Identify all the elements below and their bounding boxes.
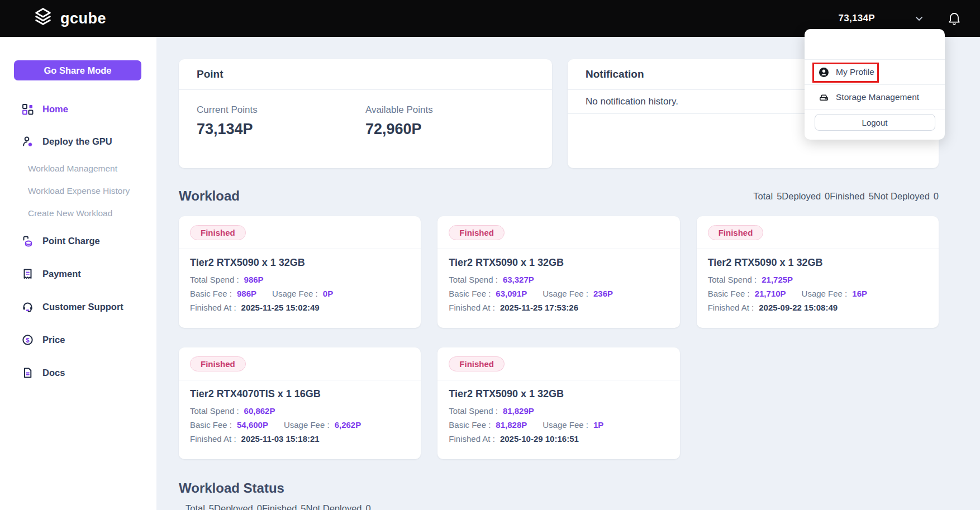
price-icon: $ (21, 334, 34, 346)
workload-card[interactable]: Finished Tier2 RTX5090 x 1 32GB Total Sp… (437, 347, 679, 459)
sidebar-item-workload-management[interactable]: Workload Management (0, 158, 156, 180)
basic-fee-value: 21,710P (755, 287, 786, 301)
usage-fee-label: Usage Fee : (284, 418, 330, 432)
total-spend-value: 60,862P (244, 404, 275, 418)
sidebar-item-label: Docs (42, 368, 65, 378)
sidebar-item-workload-expense-history[interactable]: Workload Expense History (0, 180, 156, 202)
basic-fee-value: 81,828P (496, 418, 527, 432)
counter-total: Total5 (185, 503, 214, 510)
usage-fee-value: 1P (593, 418, 603, 432)
logout-button[interactable]: Logout (815, 114, 935, 131)
menu-item-storage-management[interactable]: Storage Management (805, 85, 945, 110)
counter-deployed: Deployed0 (214, 503, 262, 510)
basic-fee-label: Basic Fee : (708, 287, 750, 301)
sidebar-item-label: Home (42, 104, 68, 115)
total-spend-label: Total Spend : (449, 273, 498, 287)
current-points-label: Current Points (197, 104, 365, 116)
finished-at-value: 2025-11-25 17:53:26 (500, 301, 578, 314)
sidebar: Go Share Mode Home (0, 37, 156, 510)
usage-fee-value: 6,262P (335, 418, 361, 432)
usage-fee-value: 0P (323, 287, 333, 301)
basic-fee-label: Basic Fee : (190, 287, 232, 301)
workload-status-title: Workload Status (179, 480, 939, 496)
usage-fee-label: Usage Fee : (802, 287, 848, 301)
total-spend-value: 63,327P (503, 273, 534, 287)
counter-finished: Finished5 (830, 191, 874, 202)
sidebar-item-deploy-gpu[interactable]: Deploy the GPU (0, 125, 156, 158)
sidebar-item-label: Price (42, 335, 65, 345)
total-spend-value: 81,829P (503, 404, 534, 418)
usage-fee-label: Usage Fee : (272, 287, 318, 301)
workload-card[interactable]: Finished Tier2 RTX5090 x 1 32GB Total Sp… (437, 216, 679, 328)
menu-item-label: Storage Management (836, 92, 919, 102)
home-grid-icon (21, 103, 34, 115)
chevron-down-icon[interactable] (915, 16, 923, 21)
finished-at-label: Finished At : (190, 432, 236, 446)
docs-icon (21, 367, 34, 379)
total-spend-value: 986P (244, 273, 264, 287)
menu-spacer (805, 29, 945, 60)
workload-section-title: Workload (179, 188, 240, 204)
finished-at-label: Finished At : (190, 301, 236, 314)
current-points-value: 73,134P (197, 121, 365, 138)
total-spend-label: Total Spend : (708, 273, 757, 287)
storage-drive-icon (819, 92, 829, 103)
counter-deployed: Deployed0 (782, 191, 830, 202)
status-badge: Finished (190, 356, 246, 371)
counter-not-deployed: Not Deployed0 (874, 191, 939, 202)
sidebar-item-payment[interactable]: Payment (0, 258, 156, 290)
status-badge: Finished (449, 225, 505, 240)
workload-card[interactable]: Finished Tier2 RTX5090 x 1 32GB Total Sp… (179, 216, 421, 328)
total-spend-value: 21,725P (762, 273, 793, 287)
cube-stack-icon (32, 7, 54, 30)
sidebar-item-customer-support[interactable]: Customer Support (0, 290, 156, 323)
sidebar-item-price[interactable]: $ Price (0, 323, 156, 356)
profile-dropdown-menu: My Profile Storage Management Logout (805, 29, 945, 140)
workload-card[interactable]: Finished Tier2 RTX4070TIS x 1 16GB Total… (179, 347, 421, 459)
user-circle-icon (819, 67, 829, 78)
sidebar-item-label: Payment (42, 269, 81, 279)
total-spend-label: Total Spend : (449, 404, 498, 418)
customer-support-icon (21, 301, 34, 313)
usage-fee-value: 16P (852, 287, 867, 301)
status-badge: Finished (708, 225, 764, 240)
bell-icon[interactable] (948, 11, 961, 26)
finished-at-value: 2025-10-29 10:16:51 (500, 432, 579, 446)
sidebar-item-home[interactable]: Home (0, 93, 156, 125)
sidebar-item-create-new-workload[interactable]: Create New Workload (0, 202, 156, 225)
workload-name: Tier2 RTX4070TIS x 1 16GB (190, 388, 410, 400)
workload-name: Tier2 RTX5090 x 1 32GB (190, 257, 410, 269)
point-charge-icon (21, 235, 34, 247)
go-share-mode-button[interactable]: Go Share Mode (14, 60, 141, 80)
basic-fee-label: Basic Fee : (190, 418, 232, 432)
workload-name: Tier2 RTX5090 x 1 32GB (449, 257, 668, 269)
usage-fee-value: 236P (593, 287, 613, 301)
workload-name: Tier2 RTX5090 x 1 32GB (708, 257, 927, 269)
menu-item-my-profile[interactable]: My Profile (805, 60, 945, 85)
point-card: Point Current Points 73,134P Available P… (179, 59, 552, 168)
basic-fee-label: Basic Fee : (449, 287, 491, 301)
sidebar-item-docs[interactable]: Docs (0, 356, 156, 389)
brand-logo[interactable]: gcube (32, 7, 106, 30)
basic-fee-value: 986P (237, 287, 256, 301)
workload-card[interactable]: Finished Tier2 RTX5090 x 1 32GB Total Sp… (697, 216, 939, 328)
counter-finished: Finished5 (262, 503, 306, 510)
finished-at-label: Finished At : (708, 301, 754, 314)
usage-fee-label: Usage Fee : (543, 418, 588, 432)
basic-fee-value: 63,091P (496, 287, 527, 301)
total-spend-label: Total Spend : (190, 273, 239, 287)
sidebar-item-point-charge[interactable]: Point Charge (0, 225, 156, 258)
basic-fee-value: 54,600P (237, 418, 268, 432)
status-badge: Finished (190, 225, 246, 240)
counter-not-deployed: Not Deployed0 (306, 503, 371, 510)
available-points-label: Available Points (365, 104, 534, 116)
available-points-value: 72,960P (365, 121, 534, 138)
workload-name: Tier2 RTX5090 x 1 32GB (449, 388, 668, 400)
workload-counters: Total5 Deployed0 Finished5 Not Deployed0 (753, 191, 939, 202)
points-balance[interactable]: 73,134P (839, 13, 875, 24)
deploy-gpu-icon (21, 135, 34, 147)
basic-fee-label: Basic Fee : (449, 418, 491, 432)
counter-total: Total5 (753, 191, 782, 202)
finished-at-label: Finished At : (449, 432, 495, 446)
status-badge: Finished (449, 356, 505, 371)
